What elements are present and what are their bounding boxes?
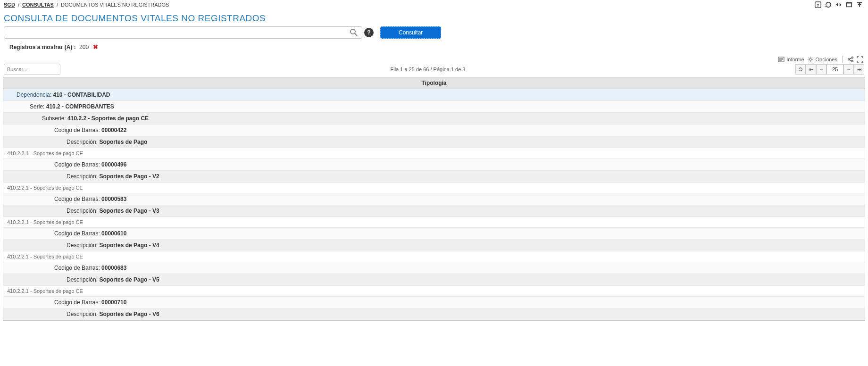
group-dependencia[interactable]: Dependencia: 410 - CONTABILIDAD	[3, 89, 865, 101]
svg-rect-3	[847, 3, 852, 4]
search-icon[interactable]	[349, 28, 359, 37]
group-descripcion[interactable]: Descripción: Soportes de Pago - V3	[3, 205, 865, 217]
breadcrumb-root[interactable]: SGD	[4, 2, 15, 8]
pager-page-size[interactable]	[826, 64, 843, 75]
pager-first-icon[interactable]: ⇤	[806, 64, 816, 75]
pager-last-icon[interactable]: ⇥	[854, 64, 864, 75]
maximize-icon[interactable]	[845, 1, 853, 8]
page-title: CONSULTA DE DOCUMENTOS VITALES NO REGIST…	[0, 8, 868, 26]
main-search-input[interactable]	[4, 26, 362, 39]
grid: Tipologia Dependencia: 410 - CONTABILIDA…	[3, 77, 865, 321]
row-tipologia[interactable]: 410.2.2.1 - Soportes de pago CE	[3, 286, 865, 297]
group-barcode[interactable]: Codigo de Barras: 00000610	[3, 228, 865, 240]
group-barcode[interactable]: Codigo de Barras: 00000583	[3, 193, 865, 205]
records-label: Registros a mostrar (A)	[9, 44, 72, 50]
group-descripcion[interactable]: Descripción: Soportes de Pago - V6	[3, 308, 865, 320]
group-subserie[interactable]: Subserie: 410.2.2 - Soportes de pago CE	[3, 113, 865, 125]
group-serie[interactable]: Serie: 410.2 - COMPROBANTES	[3, 101, 865, 113]
records-clear-icon[interactable]: ✖	[93, 43, 98, 50]
svg-point-4	[351, 29, 355, 34]
opciones-button[interactable]: Opciones	[807, 56, 837, 63]
group-descripcion[interactable]: Descripción: Soportes de Pago	[3, 136, 865, 148]
row-tipologia[interactable]: 410.2.2.1 - Soportes de pago CE	[3, 183, 865, 193]
search-help-icon[interactable]: ?	[364, 28, 374, 37]
consult-button[interactable]: Consultar	[380, 26, 441, 39]
informe-label: Informe	[786, 57, 804, 62]
refresh-icon[interactable]	[825, 1, 832, 8]
group-descripcion[interactable]: Descripción: Soportes de Pago - V2	[3, 171, 865, 183]
grid-body: Dependencia: 410 - CONTABILIDAD Serie: 4…	[3, 89, 865, 320]
opciones-label: Opciones	[816, 57, 837, 62]
app-toolbar: ?	[814, 1, 863, 8]
help-icon[interactable]: ?	[814, 1, 822, 8]
group-barcode[interactable]: Codigo de Barras: 00000683	[3, 262, 865, 274]
pager-refresh-icon[interactable]	[795, 64, 806, 75]
records-value: 200	[79, 44, 89, 50]
breadcrumb-section[interactable]: CONSULTAS	[22, 2, 54, 8]
group-barcode[interactable]: Codigo de Barras: 00000422	[3, 125, 865, 136]
fullscreen-icon[interactable]	[857, 56, 863, 63]
scroll-top-icon[interactable]	[856, 1, 863, 8]
svg-text:?: ?	[817, 3, 819, 8]
pager-prev-icon[interactable]: ←	[816, 64, 826, 75]
grid-page-info: Fila 1 a 25 de 66 / Página 1 de 3	[60, 67, 795, 72]
collapse-horizontal-icon[interactable]	[835, 1, 843, 8]
informe-button[interactable]: Informe	[778, 56, 804, 63]
pager-next-icon[interactable]: →	[843, 64, 854, 75]
group-descripcion[interactable]: Descripción: Soportes de Pago - V5	[3, 274, 865, 286]
group-barcode[interactable]: Codigo de Barras: 00000496	[3, 159, 865, 171]
row-tipologia[interactable]: 410.2.2.1 - Soportes de pago CE	[3, 217, 865, 228]
share-icon[interactable]	[847, 56, 854, 63]
group-descripcion[interactable]: Descripción: Soportes de Pago - V4	[3, 240, 865, 251]
breadcrumb: SGD / CONSULTAS / DOCUMENTOS VITALES NO …	[4, 2, 169, 8]
grid-pager: ⇤ ← → ⇥	[795, 64, 864, 75]
group-barcode[interactable]: Codigo de Barras: 00000710	[3, 297, 865, 308]
breadcrumb-current: DOCUMENTOS VITALES NO REGISTRADOS	[61, 2, 169, 8]
svg-point-7	[848, 59, 850, 60]
svg-point-9	[852, 61, 853, 62]
svg-point-6	[810, 58, 811, 60]
row-tipologia[interactable]: 410.2.2.1 - Soportes de pago CE	[3, 251, 865, 262]
records-filter: Registros a mostrar (A) : 200 ✖	[0, 41, 868, 55]
grid-column-header[interactable]: Tipologia	[3, 77, 865, 89]
row-tipologia[interactable]: 410.2.2.1 - Soportes de pago CE	[3, 148, 865, 159]
svg-point-8	[852, 57, 853, 58]
grid-search-input[interactable]	[4, 64, 60, 75]
